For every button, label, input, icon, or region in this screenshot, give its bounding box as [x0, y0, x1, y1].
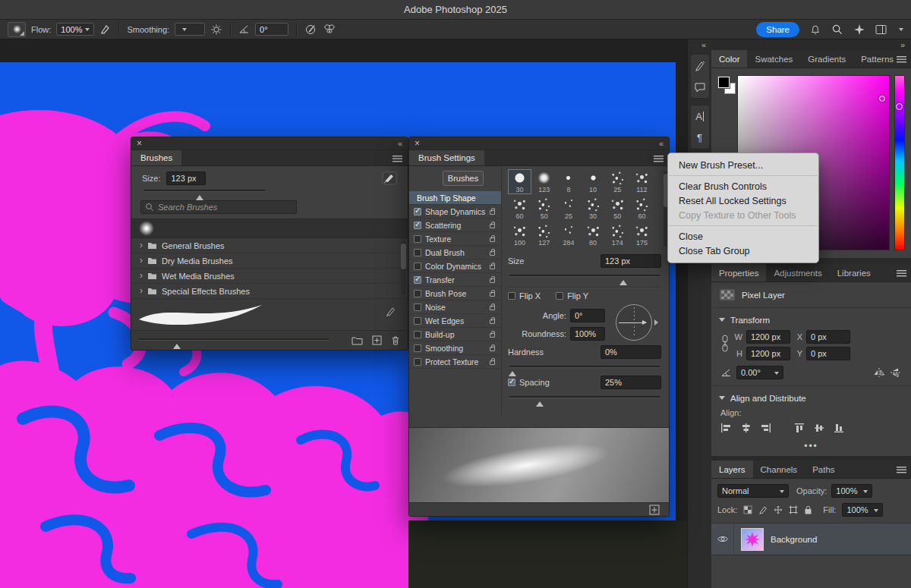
symmetry-brush-icon[interactable]	[304, 23, 317, 36]
menu-item-copy-texture[interactable]: Copy Texture to Other Tools	[668, 208, 818, 222]
brushes-panel-header[interactable]: × «	[131, 137, 408, 150]
brushes-button[interactable]: Brushes	[443, 171, 484, 186]
disclosure-icon[interactable]: ›	[140, 256, 143, 264]
tip-size-slider[interactable]	[509, 272, 660, 281]
lock-icon[interactable]	[490, 306, 495, 310]
slider-thumb[interactable]	[196, 191, 203, 200]
character-panel-icon[interactable]: A	[695, 111, 704, 122]
close-icon[interactable]: ×	[415, 139, 420, 148]
section-noise[interactable]: Noise	[409, 300, 501, 314]
scrollbar[interactable]	[401, 241, 406, 294]
paragraph-panel-icon[interactable]: ¶	[697, 132, 702, 143]
brush-tip-cell[interactable]: 60	[508, 196, 531, 221]
lock-icon[interactable]	[490, 347, 495, 351]
color-picker-marker[interactable]	[879, 96, 885, 102]
lock-artboard-icon[interactable]	[789, 505, 798, 514]
brush-size-slider[interactable]	[143, 187, 265, 197]
brush-tip-cell[interactable]: 8	[556, 169, 580, 194]
tab-layers[interactable]: Layers	[711, 461, 753, 478]
new-brush-icon[interactable]	[372, 335, 382, 345]
checkbox[interactable]	[414, 222, 421, 229]
dock-expand-control[interactable]: »	[711, 39, 911, 50]
close-icon[interactable]: ×	[137, 139, 142, 148]
tab-properties[interactable]: Properties	[711, 264, 766, 281]
section-transfer[interactable]: Transfer	[409, 273, 501, 287]
lock-icon[interactable]	[490, 360, 495, 365]
new-brush-icon[interactable]	[649, 505, 660, 515]
dock-collapse-control[interactable]: «	[688, 39, 711, 50]
comments-panel-icon[interactable]	[694, 82, 706, 93]
lock-paint-icon[interactable]	[758, 505, 768, 514]
brush-angle-input[interactable]: 0°	[255, 23, 288, 36]
disclosure-icon[interactable]: ›	[140, 287, 143, 294]
folder-row-special-effects[interactable]: › Special Effects Brushes	[131, 284, 408, 299]
tab-brushes[interactable]: Brushes	[131, 150, 181, 165]
roundness-field[interactable]: 100%	[570, 327, 605, 341]
lock-icon[interactable]	[490, 333, 495, 338]
lock-position-icon[interactable]	[774, 505, 783, 514]
tab-libraries[interactable]: Libraries	[830, 264, 878, 281]
link-dimensions-icon[interactable]	[720, 335, 730, 353]
align-section-header[interactable]: Align and Distribute	[711, 386, 911, 407]
x-field[interactable]: 0 px	[806, 330, 850, 344]
angle-field[interactable]: 0°	[570, 309, 605, 322]
tip-size-field[interactable]: 123 px	[601, 254, 661, 268]
discover-sparkle-icon[interactable]	[853, 24, 865, 36]
lock-icon[interactable]	[490, 278, 495, 283]
section-shape-dynamics[interactable]: Shape Dynamics	[409, 205, 501, 219]
symmetry-butterfly-icon[interactable]	[323, 24, 336, 35]
smoothing-input[interactable]	[175, 23, 205, 36]
slider-thumb[interactable]	[173, 340, 181, 349]
tab-color[interactable]: Color	[711, 50, 747, 68]
gear-icon[interactable]	[210, 24, 222, 36]
section-brush-pose[interactable]: Brush Pose	[409, 287, 501, 300]
checkbox[interactable]	[414, 263, 421, 270]
section-dual-brush[interactable]: Dual Brush	[409, 246, 501, 259]
brush-tip-cell[interactable]: 123	[532, 169, 556, 194]
align-bottom-icon[interactable]	[834, 423, 845, 433]
flow-input[interactable]: 100%	[56, 23, 94, 36]
foreground-color-swatch[interactable]	[718, 77, 730, 88]
flip-x-checkbox[interactable]	[508, 292, 515, 300]
brush-tip-cell[interactable]: 50	[532, 196, 556, 221]
y-field[interactable]: 0 px	[806, 347, 850, 360]
tab-gradients[interactable]: Gradients	[800, 50, 853, 68]
lock-transparency-icon[interactable]	[743, 505, 752, 514]
spacing-field[interactable]: 25%	[601, 376, 661, 389]
chevron-down-icon[interactable]	[899, 28, 903, 33]
hardness-field[interactable]: 0%	[601, 345, 661, 359]
align-top-icon[interactable]	[794, 423, 805, 433]
search-icon[interactable]	[831, 24, 843, 36]
brush-tip-cell[interactable]: 127	[532, 222, 556, 247]
section-brush-tip-shape[interactable]: Brush Tip Shape	[409, 191, 501, 205]
notifications-bell-icon[interactable]	[809, 24, 821, 36]
lock-icon[interactable]	[490, 237, 495, 242]
lock-icon[interactable]	[490, 224, 495, 228]
checkbox[interactable]	[414, 344, 421, 352]
lock-icon[interactable]	[490, 292, 495, 297]
disclosure-icon[interactable]: ›	[140, 241, 143, 249]
layer-thumbnail[interactable]	[741, 528, 764, 551]
tab-patterns[interactable]: Patterns	[853, 50, 901, 68]
lock-icon[interactable]	[490, 210, 495, 215]
brush-tip-cell[interactable]: 30	[581, 196, 604, 221]
brush-tip-cell[interactable]: 175	[630, 222, 654, 247]
brush-search-box[interactable]	[140, 200, 297, 214]
panel-menu-icon[interactable]	[897, 270, 906, 277]
hardness-slider[interactable]	[509, 363, 660, 373]
spacing-slider[interactable]	[509, 393, 660, 403]
folder-row-wet-media[interactable]: › Wet Media Brushes	[131, 269, 408, 284]
section-smoothing[interactable]: Smoothing	[409, 341, 501, 355]
brush-tip-cell[interactable]: 25	[556, 196, 580, 221]
brush-stroke-sample[interactable]	[131, 299, 408, 331]
section-texture[interactable]: Texture	[409, 232, 501, 246]
flip-y-checkbox[interactable]	[556, 292, 563, 300]
collapse-icon[interactable]: «	[398, 139, 402, 148]
selected-brush-strip[interactable]	[131, 219, 408, 238]
transform-section-header[interactable]: Transform	[711, 308, 911, 329]
hue-slider-marker[interactable]	[896, 103, 903, 110]
checkbox[interactable]	[414, 331, 421, 338]
menu-item-reset-all-locked-settings[interactable]: Reset All Locked Settings	[668, 193, 818, 208]
brush-tip-cell[interactable]: 100	[508, 222, 531, 247]
menu-item-close-tab-group[interactable]: Close Tab Group	[668, 244, 818, 258]
